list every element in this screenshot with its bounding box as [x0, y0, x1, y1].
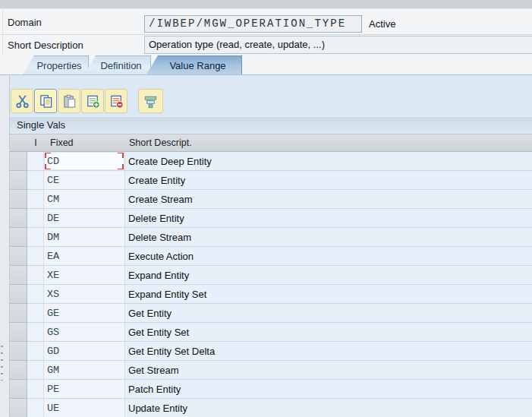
row-selector-cell[interactable]: [10, 266, 27, 285]
table-row: XE Expand Entity: [10, 266, 532, 285]
row-selector-cell[interactable]: [10, 304, 27, 323]
row-selector-cell[interactable]: [10, 190, 27, 209]
indicator-cell[interactable]: [27, 342, 44, 361]
row-selector-cell[interactable]: [10, 342, 27, 361]
indicator-cell[interactable]: [27, 190, 44, 209]
fixed-value-cell[interactable]: GD: [44, 342, 125, 361]
table-row: UE Update Entity: [10, 399, 532, 417]
fixed-value-cell[interactable]: DM: [44, 228, 125, 247]
fixed-value-cell[interactable]: CD: [44, 152, 125, 171]
table-row: PE Patch Entity: [10, 380, 532, 399]
fixed-value-cell[interactable]: DE: [44, 209, 125, 228]
form-separator: [0, 34, 532, 35]
row-selector-cell[interactable]: [10, 247, 27, 266]
cut-button[interactable]: [11, 89, 33, 113]
header-short-descr-column[interactable]: Short Descript.: [125, 134, 532, 151]
table-row: DE Delete Entity: [10, 209, 532, 228]
left-splitter-gutter[interactable]: [0, 75, 10, 417]
table-header-row: I Fixed Short Descript.: [10, 134, 532, 152]
copy-button[interactable]: [34, 89, 57, 113]
fixed-value-cell[interactable]: XS: [44, 285, 125, 304]
row-selector-cell[interactable]: [10, 399, 27, 417]
short-description-field[interactable]: Operation type (read, create, update, ..…: [144, 36, 532, 54]
indicator-cell[interactable]: [27, 247, 44, 266]
short-description-cell[interactable]: Delete Entity: [125, 209, 532, 228]
row-selector-cell[interactable]: [10, 209, 27, 228]
short-description-cell[interactable]: Patch Entity: [125, 380, 532, 399]
delete-row-icon: [109, 93, 124, 109]
single-vals-section-header: Single Vals: [10, 116, 532, 134]
tab-definition[interactable]: Definition: [84, 55, 151, 74]
domain-name-field[interactable]: /IWBEP/MGW_OPERATION_TYPE: [144, 15, 362, 33]
table-row: GM Get Stream: [10, 361, 532, 380]
short-description-cell[interactable]: Get Entity Set Delta: [125, 342, 532, 361]
header-selector-column[interactable]: [10, 134, 27, 151]
short-description-cell[interactable]: Get Stream: [125, 361, 532, 380]
tab-value-range[interactable]: Value Range: [146, 55, 242, 74]
fixed-value-cell[interactable]: XE: [44, 266, 125, 285]
table-row: CM Create Stream: [10, 190, 532, 209]
paste-button[interactable]: [58, 89, 80, 113]
tab-properties[interactable]: Properties: [23, 55, 89, 74]
indicator-cell[interactable]: [27, 361, 44, 380]
indicator-cell[interactable]: [27, 285, 44, 304]
table-toolbar: [11, 89, 164, 113]
indicator-cell[interactable]: [27, 152, 44, 171]
indicator-cell[interactable]: [27, 171, 44, 190]
short-description-cell[interactable]: Update Entity: [125, 399, 532, 417]
sap-domain-maintenance-screen: Domain /IWBEP/MGW_OPERATION_TYPE Active …: [0, 0, 532, 417]
form-left-edge: [2, 11, 3, 55]
indicator-cell[interactable]: [27, 399, 44, 417]
table-row: CD Create Deep Entity: [10, 152, 532, 171]
row-selector-cell[interactable]: [10, 285, 27, 304]
fixed-value-cell[interactable]: PE: [44, 380, 125, 399]
insert-row-icon: [85, 93, 101, 109]
indicator-cell[interactable]: [27, 209, 44, 228]
fixed-value-cell[interactable]: GE: [44, 304, 125, 323]
indicator-cell[interactable]: [27, 266, 44, 285]
header-fixed-column[interactable]: Fixed: [44, 134, 125, 151]
position-button[interactable]: [138, 89, 163, 113]
insert-row-button[interactable]: [81, 89, 104, 113]
short-description-cell[interactable]: Get Entity Set: [125, 323, 532, 342]
row-selector-cell[interactable]: [10, 171, 27, 190]
domain-status-text: Active: [369, 15, 395, 33]
table-row: GD Get Entity Set Delta: [10, 342, 532, 361]
row-selector-cell[interactable]: [10, 228, 27, 247]
copy-icon: [38, 93, 54, 109]
table-row: XS Expand Entity Set: [10, 285, 532, 304]
short-description-cell[interactable]: Expand Entity: [125, 266, 532, 285]
indicator-cell[interactable]: [27, 323, 44, 342]
fixed-value-cell[interactable]: UE: [44, 399, 125, 417]
indicator-cell[interactable]: [27, 304, 44, 323]
scissors-icon: [14, 93, 30, 109]
fixed-value-cell[interactable]: EA: [44, 247, 125, 266]
indicator-cell[interactable]: [27, 228, 44, 247]
indicator-cell[interactable]: [27, 380, 44, 399]
fixed-value-cell[interactable]: GM: [44, 361, 125, 380]
table-row: CE Create Entity: [10, 171, 532, 190]
header-indicator-column[interactable]: I: [27, 134, 44, 151]
short-description-cell[interactable]: Create Stream: [125, 190, 532, 209]
short-description-cell[interactable]: Create Entity: [125, 171, 532, 190]
short-description-cell[interactable]: Create Deep Entity: [125, 152, 532, 171]
short-description-cell[interactable]: Get Entity: [125, 304, 532, 323]
short-description-label: Short Description: [8, 36, 83, 55]
row-selector-cell[interactable]: [10, 380, 27, 399]
fixed-value-cell[interactable]: CM: [44, 190, 125, 209]
row-selector-cell[interactable]: [10, 323, 27, 342]
tabstrip: Properties Definition Value Range: [0, 55, 532, 74]
short-description-cell[interactable]: Execute Action: [125, 247, 532, 266]
short-description-cell[interactable]: Expand Entity Set: [125, 285, 532, 304]
fixed-value-cell[interactable]: CE: [44, 171, 125, 190]
row-selector-cell[interactable]: [10, 361, 27, 380]
fixed-value-cell[interactable]: GS: [44, 323, 125, 342]
table-row: EA Execute Action: [10, 247, 532, 266]
row-selector-cell[interactable]: [10, 152, 27, 171]
clipboard-paste-icon: [61, 93, 77, 109]
delete-row-button[interactable]: [105, 89, 127, 113]
fixed-values-table: CD Create Deep Entity CE Create Entity C…: [10, 152, 532, 417]
short-description-cell[interactable]: Delete Stream: [125, 228, 532, 247]
table-row: GE Get Entity: [10, 304, 532, 323]
domain-label: Domain: [8, 14, 42, 32]
